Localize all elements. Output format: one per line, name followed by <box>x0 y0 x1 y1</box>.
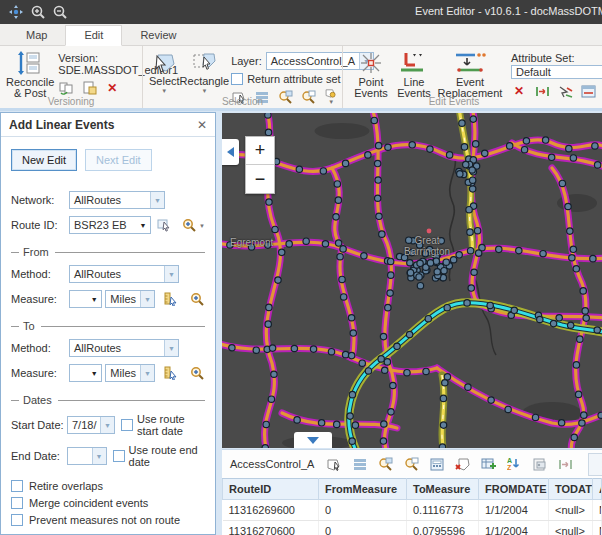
route-id-dropdown[interactable]: BSR23 EB ▼ <box>69 216 151 234</box>
table-pan-selected-icon[interactable] <box>404 456 419 472</box>
collapse-west-panel-button[interactable] <box>222 139 239 165</box>
from-units-dropdown[interactable]: Miles ▼ <box>105 290 155 308</box>
svg-text:A: A <box>507 457 512 464</box>
zoom-out-icon[interactable] <box>50 3 70 21</box>
titlebar: Event Editor - v10.6.1 - docMassDOTM <box>0 0 602 24</box>
col-frommeasure[interactable]: FromMeasure <box>319 479 407 500</box>
route-id-dropdown-arrow[interactable]: ▼ <box>136 217 150 233</box>
route-zoom-caret[interactable]: ▼ <box>199 223 205 229</box>
network-label: Network: <box>11 194 69 206</box>
select-route-on-map-icon[interactable] <box>157 217 172 233</box>
panel-close-icon[interactable]: ✕ <box>197 118 207 132</box>
next-edit-button[interactable]: Next Edit <box>85 149 152 171</box>
pan-icon[interactable] <box>6 3 26 21</box>
use-route-end-date-label: Use route end date <box>129 444 205 468</box>
from-measure-dropdown[interactable]: ▼ <box>69 290 102 308</box>
tab-review[interactable]: Review <box>122 26 194 45</box>
table-calculate-icon[interactable] <box>430 456 444 472</box>
start-date-label: Start Date: <box>11 419 67 431</box>
network-dropdown[interactable]: AllRoutes ▼ <box>69 191 165 209</box>
to-measure-zoom-icon[interactable] <box>190 365 205 381</box>
table-sort-icon[interactable]: AZ <box>507 456 521 472</box>
tab-edit[interactable]: Edit <box>65 25 122 46</box>
end-date-dropdown-arrow[interactable]: ▼ <box>92 448 106 464</box>
to-measure-dropdown-arrow[interactable]: ▼ <box>87 365 101 381</box>
add-linear-events-panel: Add Linear Events ✕ New Edit Next Edit N… <box>0 112 216 535</box>
col-todate[interactable]: TODATE <box>549 479 593 500</box>
new-edit-button[interactable]: New Edit <box>11 149 77 171</box>
col-tomeasure[interactable]: ToMeasure <box>407 479 479 500</box>
network-dropdown-arrow[interactable]: ▼ <box>150 192 164 208</box>
to-units-dropdown-arrow[interactable]: ▼ <box>140 365 154 381</box>
to-method-dropdown[interactable]: AllRoutes ▼ <box>69 339 179 357</box>
table-header-row: RouteID FromMeasure ToMeasure FROMDATE T… <box>223 479 602 500</box>
table-row[interactable]: 11316269600 0 0.1116773 1/1/2004 <null> … <box>223 500 602 521</box>
group-edit-events: Point Events Line Events Event Replaceme… <box>342 46 602 108</box>
from-method-dropdown[interactable]: AllRoutes ▼ <box>69 265 179 283</box>
end-date-field[interactable]: ▼ <box>67 447 107 465</box>
layer-label: Layer: <box>231 55 262 67</box>
select-button[interactable]: Select ▼ <box>149 50 180 94</box>
rectangle-dropdown-caret[interactable]: ▼ <box>201 88 207 94</box>
use-route-start-date-checkbox[interactable] <box>121 419 133 431</box>
tab-map[interactable]: Map <box>8 26 65 45</box>
select-dropdown-caret[interactable]: ▼ <box>161 88 167 94</box>
start-date-field[interactable]: 7/18/ ▼ <box>67 416 115 434</box>
select-label: Select <box>149 76 180 87</box>
table-list-icon[interactable] <box>353 456 367 472</box>
table-add-record-icon[interactable] <box>481 456 496 472</box>
reconcile-post-button[interactable]: Reconcile & Post <box>6 50 54 94</box>
to-measure-dropdown[interactable]: ▼ <box>69 364 102 382</box>
return-attribute-set-checkbox[interactable] <box>231 73 243 85</box>
attribute-set-dropdown[interactable]: Default ▼ <box>511 65 602 79</box>
use-route-start-date-label: Use route start date <box>137 413 205 437</box>
point-events-button[interactable]: Point Events <box>349 50 393 94</box>
to-measure-on-map-icon[interactable] <box>163 365 178 381</box>
edit-events-group-label: Edit Events <box>283 96 602 107</box>
reconcile-post-icon <box>17 51 43 75</box>
collapse-south-panel-button[interactable] <box>294 432 332 448</box>
event-replacement-button[interactable]: Event Replacement <box>435 50 505 94</box>
table-clear-selection-icon[interactable] <box>455 456 470 472</box>
from-measure-zoom-icon[interactable] <box>190 291 205 307</box>
cell: 0.0795596 <box>407 521 479 535</box>
table-measure-range-icon[interactable] <box>558 456 573 472</box>
from-measure-on-map-icon[interactable] <box>163 291 178 307</box>
new-version-icon[interactable] <box>81 80 97 96</box>
from-units-dropdown-arrow[interactable]: ▼ <box>140 291 154 307</box>
table-row[interactable]: 11316270600 0 0.0795596 1/1/2004 <null> … <box>223 521 602 535</box>
start-date-dropdown-arrow[interactable]: ▼ <box>100 417 114 433</box>
map-view[interactable]: Egremont Great Barrington + − <box>222 113 602 448</box>
zoom-in-icon[interactable] <box>28 3 48 21</box>
group-versioning: Reconcile & Post Version: SDE.MASSDOT_ed… <box>0 46 142 108</box>
delete-version-icon[interactable]: ✕ <box>104 80 120 96</box>
rectangle-button[interactable]: Rectangle ▼ <box>180 50 230 94</box>
prevent-measures-checkbox[interactable] <box>11 514 23 526</box>
cell: 1/1/2004 <box>479 500 549 521</box>
col-fromdate[interactable]: FROMDATE <box>479 479 549 500</box>
use-route-end-date-checkbox[interactable] <box>113 450 125 462</box>
attribute-table-toolbar: AccessControl_A AZ Save <box>222 450 602 478</box>
map-town-label: Great Barrington <box>404 235 450 257</box>
table-report-icon[interactable] <box>532 456 547 472</box>
cell: 1/1/2004 <box>479 521 549 535</box>
map-zoom-out-button[interactable]: − <box>246 165 274 193</box>
col-access[interactable]: AC <box>593 479 602 500</box>
to-units-dropdown[interactable]: Miles ▼ <box>105 364 155 382</box>
ribbon: Reconcile & Post Version: SDE.MASSDOT_ed… <box>0 46 602 111</box>
retire-overlaps-checkbox[interactable] <box>11 480 23 492</box>
to-method-dropdown-arrow[interactable]: ▼ <box>164 340 178 356</box>
from-method-dropdown-arrow[interactable]: ▼ <box>164 266 178 282</box>
rectangle-select-icon <box>192 51 216 74</box>
from-measure-dropdown-arrow[interactable]: ▼ <box>87 291 101 307</box>
route-zoom-icon[interactable] <box>182 217 197 233</box>
version-changes-icon[interactable] <box>58 80 74 96</box>
col-routeid[interactable]: RouteID <box>223 479 319 500</box>
map-zoom-in-button[interactable]: + <box>246 137 274 165</box>
line-events-button[interactable]: Line Events <box>393 50 435 94</box>
select-icon <box>152 51 176 74</box>
table-zoom-selected-icon[interactable] <box>378 456 393 472</box>
merge-coincident-events-checkbox[interactable] <box>11 497 23 509</box>
table-select-features-icon[interactable] <box>327 456 342 472</box>
table-save-button[interactable]: Save <box>588 453 602 476</box>
